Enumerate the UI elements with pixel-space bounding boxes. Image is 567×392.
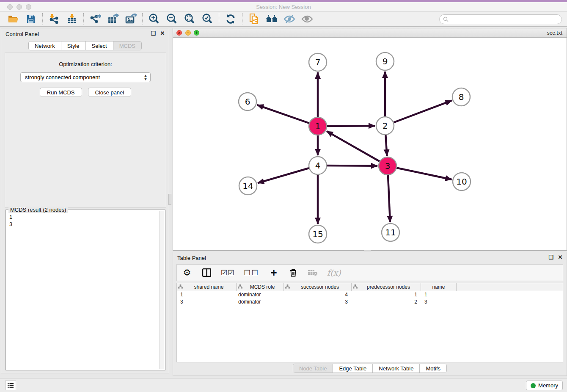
task-history-button[interactable]	[5, 381, 16, 390]
column-header-successor-nodes[interactable]: successor nodes	[284, 283, 352, 291]
column-header-MCDS-role[interactable]: MCDS role	[237, 283, 284, 291]
table-header-row: shared nameMCDS rolesuccessor nodesprede…	[177, 283, 563, 291]
tree-icon	[285, 284, 290, 290]
zoom-out-icon[interactable]	[165, 13, 179, 25]
edge-3-1[interactable]	[327, 131, 388, 166]
node-label-7: 7	[315, 57, 321, 67]
mcds-panel: Optimization criterion: strongly connect…	[5, 52, 166, 208]
edge-1-6[interactable]	[257, 105, 318, 126]
node-label-11: 11	[385, 227, 396, 237]
show-all-icon[interactable]	[300, 13, 314, 25]
table-cell[interactable]: 4	[284, 291, 352, 298]
zoom-fit-icon[interactable]	[182, 13, 197, 25]
delete-table-icon	[308, 267, 318, 278]
table-panel: Table Panel ❑ ✕ ⚙ ☑☑ ☐☐ + f(x) shared na…	[173, 252, 567, 376]
import-table-icon[interactable]	[65, 13, 79, 25]
select-all-checkboxes-icon[interactable]: ☑☑	[221, 267, 234, 278]
result-scrollbar[interactable]	[159, 211, 164, 369]
memory-status-icon	[531, 383, 536, 388]
add-column-icon[interactable]: +	[269, 267, 279, 278]
network-view-window: × − + scc.txt 7968124314101511	[173, 28, 567, 251]
node-label-10: 10	[456, 177, 467, 187]
table-cell[interactable]: 3	[177, 298, 237, 306]
refresh-icon[interactable]	[223, 13, 238, 25]
export-image-icon[interactable]	[124, 13, 138, 25]
chevron-up-down-icon: ▲▼	[143, 74, 148, 81]
table-cell[interactable]: 3	[284, 298, 352, 306]
tab-style[interactable]: Style	[61, 41, 86, 50]
zoom-selected-icon[interactable]	[200, 13, 215, 25]
table-cell[interactable]: dominator	[237, 291, 284, 298]
column-layout-icon[interactable]	[201, 267, 212, 278]
network-canvas[interactable]: 7968124314101511	[173, 38, 567, 250]
tab-network[interactable]: Network	[29, 41, 61, 50]
column-header-name[interactable]: name	[421, 283, 457, 291]
tab-select[interactable]: Select	[86, 41, 113, 50]
criterion-dropdown[interactable]: strongly connected component ▲▼	[20, 72, 151, 82]
tree-icon	[353, 284, 358, 290]
delete-column-icon[interactable]	[288, 267, 298, 278]
control-panel-tabs: NetworkStyleSelectMCDS	[28, 41, 142, 50]
status-bar: Memory	[0, 378, 567, 392]
float-table-panel-icon[interactable]: ❑	[548, 254, 554, 260]
open-file-icon[interactable]	[6, 13, 20, 25]
close-table-panel-icon[interactable]: ✕	[557, 254, 563, 260]
tab-network-table[interactable]: Network Table	[373, 364, 420, 373]
main-toolbar	[0, 12, 567, 27]
export-table-icon[interactable]	[106, 13, 120, 25]
toolbar-separator	[219, 13, 219, 25]
hide-selected-icon[interactable]	[282, 13, 297, 25]
search-box[interactable]	[439, 14, 562, 24]
toolbar-separator	[42, 13, 43, 25]
run-mcds-button[interactable]: Run MCDS	[40, 88, 82, 97]
edge-2-8[interactable]	[385, 100, 452, 126]
control-panel-title: Control Panel	[6, 31, 39, 37]
vertical-splitter-handle[interactable]	[168, 194, 171, 205]
column-header-predecessor-nodes[interactable]: predecessor nodes	[352, 283, 421, 291]
list-icon	[7, 383, 14, 389]
table-cell[interactable]: 1	[352, 291, 421, 298]
node-label-1: 1	[315, 121, 321, 131]
mcds-result-list[interactable]: 1 3	[7, 213, 159, 369]
close-panel-icon[interactable]: ✕	[160, 30, 165, 36]
table-cell[interactable]: dominator	[237, 298, 284, 306]
memory-button[interactable]: Memory	[526, 381, 563, 390]
node-table[interactable]: shared nameMCDS rolesuccessor nodesprede…	[176, 283, 563, 362]
table-row[interactable]: 1dominator411	[177, 291, 563, 298]
tab-edge-table[interactable]: Edge Table	[333, 364, 373, 373]
import-network-icon[interactable]	[47, 13, 61, 25]
settings-gear-icon[interactable]: ⚙	[182, 267, 192, 278]
table-cell[interactable]: 3	[421, 298, 457, 306]
optimization-criterion-label: Optimization criterion:	[5, 61, 166, 67]
graph-svg[interactable]: 7968124314101511	[173, 38, 567, 250]
mcds-result-title: MCDS result (2 nodes)	[8, 207, 68, 213]
zoom-in-icon[interactable]	[147, 13, 161, 25]
memory-button-label: Memory	[538, 382, 558, 389]
table-row[interactable]: 3dominator323	[177, 298, 563, 306]
export-network-icon[interactable]	[88, 13, 102, 25]
node-label-15: 15	[312, 229, 323, 239]
deselect-all-checkboxes-icon[interactable]: ☐☐	[244, 267, 259, 278]
tree-icon	[178, 284, 183, 290]
tree-icon	[238, 284, 242, 290]
tab-mcds[interactable]: MCDS	[113, 41, 141, 50]
column-header-shared-name[interactable]: shared name	[177, 283, 237, 291]
first-neighbors-icon[interactable]	[264, 13, 279, 25]
tab-node-table[interactable]: Node Table	[293, 364, 333, 373]
save-session-icon[interactable]	[24, 13, 38, 25]
table-cell[interactable]: 1	[421, 291, 457, 298]
table-cell[interactable]: 2	[352, 298, 421, 306]
float-panel-icon[interactable]: ❑	[150, 30, 156, 36]
network-window-title: scc.txt	[173, 30, 562, 36]
search-input[interactable]	[450, 17, 561, 22]
table-panel-title: Table Panel	[177, 255, 206, 261]
horizontal-splitter-handle[interactable]	[364, 250, 371, 251]
tab-motifs[interactable]: Motifs	[420, 364, 446, 373]
network-window-titlebar[interactable]: × − + scc.txt	[173, 28, 567, 38]
table-cell[interactable]: 1	[177, 291, 237, 298]
close-panel-button[interactable]: Close panel	[88, 88, 132, 97]
clone-network-icon[interactable]	[247, 13, 261, 25]
application-window: Session: New Session	[0, 0, 567, 392]
search-icon	[443, 17, 449, 22]
edge-3-10[interactable]	[388, 166, 452, 179]
